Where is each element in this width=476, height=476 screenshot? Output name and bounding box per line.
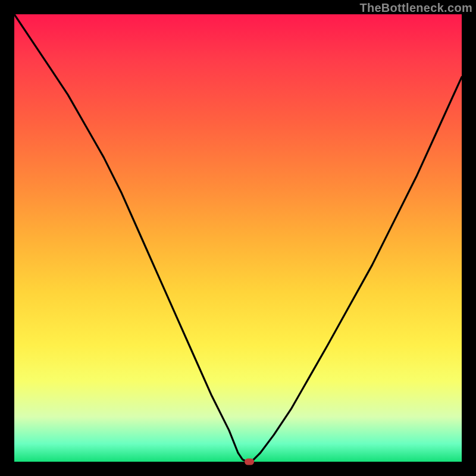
bottleneck-curve [14, 14, 462, 462]
chart-frame: TheBottleneck.com [0, 0, 476, 476]
plot-area [14, 14, 462, 462]
watermark-text: TheBottleneck.com [359, 1, 472, 15]
minimum-marker [245, 459, 254, 465]
